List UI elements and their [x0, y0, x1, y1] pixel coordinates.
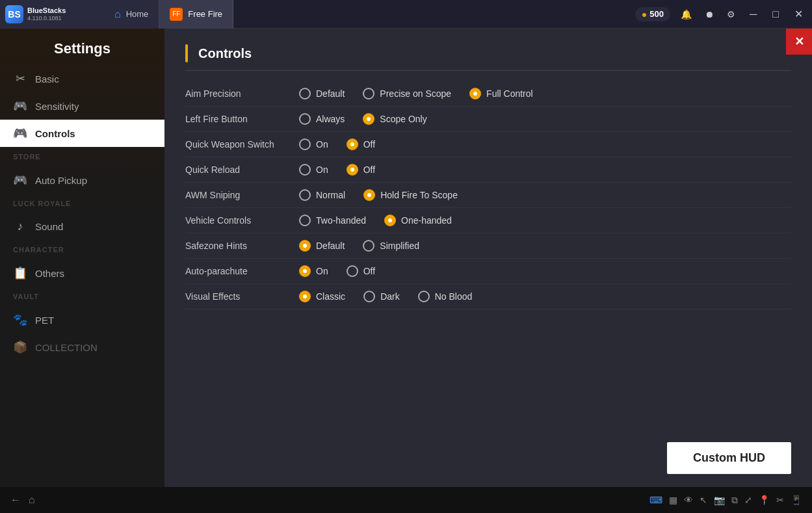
radio-option-8-0[interactable]: Classic [299, 291, 345, 302]
scissors-icon[interactable]: ✂ [776, 495, 784, 506]
content-area: ✕ Controls Aim PrecisionDefaultPrecise o… [164, 29, 812, 487]
sidebar-item-collection[interactable]: 📦 COLLECTION [0, 334, 164, 361]
radio-option-1-0[interactable]: Always [299, 113, 345, 125]
radio-text-8-0: Classic [316, 291, 345, 302]
radio-circle-7-0 [299, 265, 311, 277]
sidebar-item-auto-pickup[interactable]: 🎮 Auto Pickup [0, 166, 164, 194]
radio-text-8-1: Dark [380, 291, 400, 302]
radio-option-3-0[interactable]: On [299, 164, 328, 176]
radio-group-2: OnOff [299, 138, 791, 150]
radio-option-1-1[interactable]: Scope Only [363, 113, 426, 125]
control-label-4: AWM Sniping [185, 190, 299, 200]
radio-circle-8-2 [418, 291, 430, 302]
radio-circle-0-0 [299, 88, 311, 99]
radio-group-5: Two-handedOne-handed [299, 215, 791, 226]
window-close-button[interactable]: ✕ [791, 5, 807, 23]
header-accent [185, 44, 188, 62]
section-title: Controls [198, 46, 252, 61]
close-button[interactable]: ✕ [786, 29, 812, 55]
game-icon: FF [170, 8, 183, 21]
pet-icon: 🐾 [13, 313, 27, 327]
maximize-button[interactable]: □ [768, 6, 783, 23]
settings-icon[interactable]: ⚙ [724, 7, 738, 22]
character-section: CHARACTER [0, 240, 164, 259]
eye-icon[interactable]: 👁 [684, 495, 693, 506]
radio-option-5-1[interactable]: One-handed [384, 215, 452, 226]
sidebar-items: ✂ Basic 🎮 Sensitivity 🎮 Controls STORE 🎮… [0, 65, 164, 361]
back-button[interactable]: ← [10, 494, 21, 506]
radio-text-4-0: Normal [316, 190, 345, 200]
radio-circle-4-0 [299, 189, 311, 201]
control-label-5: Vehicle Controls [185, 215, 299, 226]
control-row-4: AWM SnipingNormalHold Fire To Scope [185, 183, 791, 208]
radio-text-6-1: Simplified [380, 241, 419, 251]
store-section: STORE [0, 147, 164, 166]
radio-option-3-1[interactable]: Off [347, 164, 375, 176]
layout-icon[interactable]: ▦ [669, 495, 677, 506]
radio-option-6-0[interactable]: Default [299, 240, 345, 252]
sidebar-item-sound[interactable]: ♪ Sound [0, 213, 164, 240]
radio-option-2-0[interactable]: On [299, 138, 328, 150]
radio-circle-8-1 [363, 291, 375, 302]
control-row-2: Quick Weapon SwitchOnOff [185, 132, 791, 157]
location-icon[interactable]: 📍 [759, 495, 770, 506]
notification-icon[interactable]: 🔔 [678, 7, 694, 22]
tab-home[interactable]: ⌂ Home [104, 0, 159, 29]
sidebar-item-pet[interactable]: 🐾 PET [0, 306, 164, 334]
app-logo: BS BlueStacks 4.110.0.1081 [0, 0, 104, 29]
sidebar-item-others[interactable]: 📋 Others [0, 259, 164, 287]
radio-text-7-1: Off [363, 266, 375, 276]
resize-icon[interactable]: ⤢ [744, 495, 752, 506]
radio-text-4-1: Hold Fire To Scope [380, 190, 458, 200]
settings-title: Settings [0, 29, 164, 65]
radio-group-6: DefaultSimplified [299, 240, 791, 252]
radio-option-0-0[interactable]: Default [299, 88, 345, 99]
radio-option-6-1[interactable]: Simplified [363, 240, 419, 252]
radio-circle-2-0 [299, 138, 311, 150]
sidebar-item-basic[interactable]: ✂ Basic [0, 65, 164, 92]
radio-option-0-2[interactable]: Full Control [469, 88, 533, 99]
custom-hud-button[interactable]: Custom HUD [667, 442, 791, 474]
radio-text-3-0: On [316, 164, 328, 175]
radio-option-2-1[interactable]: Off [347, 138, 375, 150]
radio-option-4-0[interactable]: Normal [299, 189, 345, 201]
radio-option-4-1[interactable]: Hold Fire To Scope [363, 189, 458, 201]
radio-text-1-0: Always [316, 114, 345, 124]
radio-option-0-1[interactable]: Precise on Scope [363, 88, 451, 99]
radio-option-8-1[interactable]: Dark [363, 291, 400, 302]
titlebar-right: ● 500 🔔 ⏺ ⚙ ─ □ ✕ [635, 5, 812, 23]
radio-group-7: OnOff [299, 265, 791, 277]
radio-option-7-0[interactable]: On [299, 265, 328, 277]
control-row-5: Vehicle ControlsTwo-handedOne-handed [185, 208, 791, 233]
controls-icon: 🎮 [13, 126, 27, 140]
radio-option-7-1[interactable]: Off [347, 265, 375, 277]
sensitivity-icon: 🎮 [13, 99, 27, 113]
control-row-0: Aim PrecisionDefaultPrecise on ScopeFull… [185, 81, 791, 107]
radio-circle-6-1 [363, 240, 374, 252]
sidebar-item-controls[interactable]: 🎮 Controls [0, 120, 164, 147]
sidebar: Settings ✂ Basic 🎮 Sensitivity 🎮 Control… [0, 29, 164, 487]
cursor-icon[interactable]: ↖ [700, 495, 707, 506]
clone-icon[interactable]: ⧉ [731, 495, 738, 506]
luck-royale-section: LUCK ROYALE [0, 194, 164, 213]
tab-free-fire[interactable]: FF Free Fire [159, 0, 233, 29]
keyboard-icon[interactable]: ⌨ [649, 495, 662, 506]
record-icon[interactable]: ⏺ [702, 7, 716, 22]
phone-icon[interactable]: 📱 [791, 495, 802, 506]
radio-text-5-1: One-handed [401, 215, 452, 226]
sidebar-item-sensitivity[interactable]: 🎮 Sensitivity [0, 92, 164, 120]
minimize-button[interactable]: ─ [746, 6, 761, 23]
home-button[interactable]: ⌂ [29, 494, 35, 506]
radio-text-0-2: Full Control [486, 88, 533, 99]
control-label-6: Safezone Hints [185, 241, 299, 251]
camera-icon[interactable]: 📷 [714, 495, 725, 506]
coins-display: ● 500 [635, 7, 670, 21]
custom-hud-area: Custom HUD [667, 442, 791, 474]
radio-text-0-1: Precise on Scope [380, 88, 451, 99]
radio-option-8-2[interactable]: No Blood [418, 291, 473, 302]
radio-group-0: DefaultPrecise on ScopeFull Control [299, 88, 791, 99]
radio-circle-0-1 [363, 88, 374, 99]
radio-option-5-0[interactable]: Two-handed [299, 215, 366, 226]
radio-circle-3-1 [347, 164, 358, 176]
app-logo-text: BlueStacks 4.110.0.1081 [27, 7, 66, 21]
